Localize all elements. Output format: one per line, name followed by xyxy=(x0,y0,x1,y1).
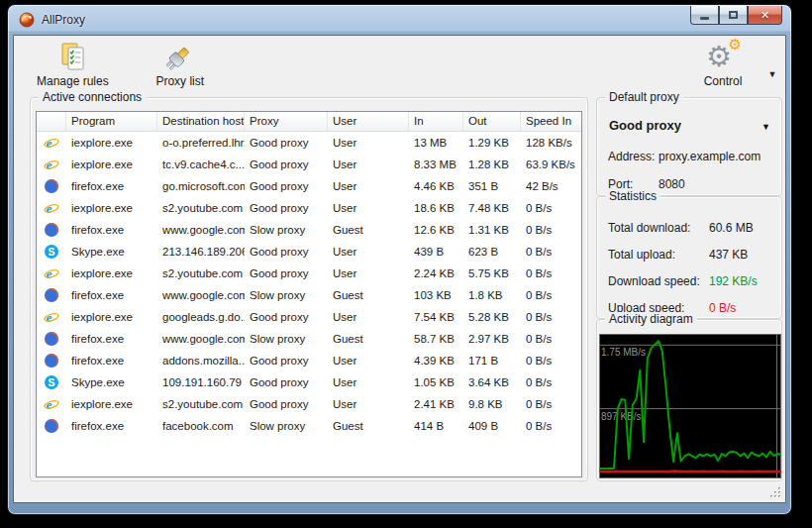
table-row[interactable]: firefox.exeaddons.mozilla....Good proxyU… xyxy=(37,350,581,371)
out-cell: 171 B xyxy=(463,355,521,367)
proxy-select[interactable]: Good proxy xyxy=(609,118,681,133)
in-cell: 1.05 KB xyxy=(409,376,463,388)
column-header-icon[interactable] xyxy=(37,112,66,131)
stat-value: 437 KB xyxy=(709,248,748,262)
in-cell: 414 B xyxy=(409,420,463,432)
stat-row: Total upload:437 KB xyxy=(608,248,775,264)
destination-cell: go.microsoft.com xyxy=(157,180,245,192)
program-cell: iexplore.exe xyxy=(66,137,157,149)
in-cell: 103 KB xyxy=(409,289,463,301)
program-cell: iexplore.exe xyxy=(66,158,157,170)
minimize-button[interactable] xyxy=(690,6,719,25)
table-row[interactable]: eiexplore.exeo-o.preferred.lhr...Good pr… xyxy=(37,132,581,154)
destination-cell: s2.youtube.com xyxy=(157,202,245,214)
proxy-cell: Good proxy xyxy=(245,376,328,388)
firefox-icon xyxy=(44,178,59,194)
svg-text:e: e xyxy=(46,201,51,216)
destination-cell: www.google.com xyxy=(157,289,245,301)
proxy-cell: Good proxy xyxy=(245,267,328,279)
control-label: Control xyxy=(704,74,743,88)
maximize-button[interactable] xyxy=(719,6,748,25)
control-dropdown-arrow[interactable]: ▼ xyxy=(765,69,779,79)
manage-rules-button[interactable]: Manage rules xyxy=(30,39,116,91)
user-cell: User xyxy=(328,267,409,279)
default-proxy-group: Default proxy Good proxy ▼ Address: prox… xyxy=(596,97,782,196)
in-cell: 2.41 KB xyxy=(409,398,463,410)
table-row[interactable]: eiexplore.exegoogleads.g.do...Good proxy… xyxy=(37,306,581,328)
app-icon-cell xyxy=(37,418,66,434)
user-cell: Guest xyxy=(328,224,409,236)
program-cell: firefox.exe xyxy=(66,289,157,301)
table-row[interactable]: firefox.exewww.google.comSlow proxyGuest… xyxy=(37,284,581,306)
speed-cell: 0 B/s xyxy=(521,202,581,214)
control-gear-icon: ⚙ ⚙ xyxy=(706,42,740,73)
proxy-list-icon xyxy=(163,42,197,73)
window-title: AllProxy xyxy=(42,13,85,27)
svg-text:897 KB/s: 897 KB/s xyxy=(601,411,642,422)
svg-text:e: e xyxy=(46,397,51,412)
table-row[interactable]: firefox.exewww.google.comSlow proxyGuest… xyxy=(37,219,581,241)
download-speed-line xyxy=(599,341,781,469)
proxy-cell: Good proxy xyxy=(245,158,328,170)
proxy-cell: Slow proxy xyxy=(245,333,328,345)
table-row[interactable]: SSkype.exe213.146.189.206Good proxyUser4… xyxy=(37,241,581,263)
program-cell: iexplore.exe xyxy=(66,398,157,410)
svg-text:e: e xyxy=(46,136,51,151)
table-row[interactable]: eiexplore.exetc.v9.cache4.c....Good prox… xyxy=(37,154,581,175)
app-icon-cell: e xyxy=(37,265,66,281)
destination-cell: s2.youtube.com xyxy=(157,398,245,410)
user-cell: User xyxy=(328,137,409,149)
column-header-in[interactable]: In xyxy=(409,112,463,131)
user-cell: User xyxy=(328,355,409,367)
column-header-out[interactable]: Out xyxy=(463,112,521,131)
address-label: Address: xyxy=(608,150,655,163)
app-icon-cell: e xyxy=(37,157,66,172)
table-row[interactable]: firefox.exefacebook.comSlow proxyGuest41… xyxy=(37,415,581,437)
proxy-cell: Slow proxy xyxy=(245,224,328,236)
out-cell: 2.97 KB xyxy=(463,333,521,345)
in-cell: 13 MB xyxy=(409,137,463,149)
resize-grip[interactable] xyxy=(769,486,782,499)
active-connections-title: Active connections xyxy=(39,90,146,104)
table-row[interactable]: firefox.exewww.google.comSlow proxyGuest… xyxy=(37,328,581,350)
activity-diagram-group: Activity diagram 1.75 MB/s897 KB/s xyxy=(596,319,782,481)
proxy-list-button[interactable]: Proxy list xyxy=(138,39,223,91)
program-cell: firefox.exe xyxy=(66,224,157,236)
proxy-cell: Good proxy xyxy=(245,311,328,323)
speed-cell: 63.9 KB/s xyxy=(521,158,581,170)
close-button[interactable]: ✕ xyxy=(748,6,782,25)
out-cell: 1.29 KB xyxy=(463,137,521,149)
app-icon xyxy=(19,12,35,28)
proxy-select-arrow-icon[interactable]: ▼ xyxy=(761,122,770,132)
speed-cell: 0 B/s xyxy=(521,376,581,388)
proxy-cell: Good proxy xyxy=(245,180,328,192)
destination-cell: addons.mozilla.... xyxy=(157,355,245,367)
program-cell: iexplore.exe xyxy=(66,202,157,214)
user-cell: User xyxy=(328,202,409,214)
close-icon: ✕ xyxy=(761,9,769,22)
column-header-destination[interactable]: Destination host xyxy=(157,112,245,131)
activity-diagram-title: Activity diagram xyxy=(605,312,697,326)
destination-cell: 109.191.160.79 xyxy=(157,376,245,388)
app-icon-cell xyxy=(37,178,66,194)
speed-cell: 0 B/s xyxy=(521,311,581,323)
app-icon-cell xyxy=(37,331,66,347)
firefox-icon xyxy=(44,418,59,434)
control-button[interactable]: ⚙ ⚙ Control xyxy=(680,39,765,91)
column-header-user[interactable]: User xyxy=(328,112,409,131)
table-row[interactable]: SSkype.exe109.191.160.79Good proxyUser1.… xyxy=(37,371,581,393)
speed-cell: 0 B/s xyxy=(521,224,581,236)
table-row[interactable]: firefox.exego.microsoft.comGood proxyUse… xyxy=(37,175,581,197)
stat-value: 60.6 MB xyxy=(709,221,754,235)
table-row[interactable]: eiexplore.exes2.youtube.comGood proxyUse… xyxy=(37,393,581,415)
column-header-speed[interactable]: Speed In xyxy=(521,112,581,131)
column-header-proxy[interactable]: Proxy xyxy=(245,112,328,131)
column-header-program[interactable]: Program xyxy=(66,112,157,131)
destination-cell: googleads.g.do... xyxy=(157,311,245,323)
manage-rules-icon xyxy=(55,42,89,73)
program-cell: firefox.exe xyxy=(66,420,157,432)
statistics-group: Statistics Total download:60.6 MBTotal u… xyxy=(596,196,782,319)
table-row[interactable]: eiexplore.exes2.youtube.comGood proxyUse… xyxy=(37,263,581,284)
program-cell: iexplore.exe xyxy=(66,267,157,279)
table-row[interactable]: eiexplore.exes2.youtube.comGood proxyUse… xyxy=(37,197,581,219)
